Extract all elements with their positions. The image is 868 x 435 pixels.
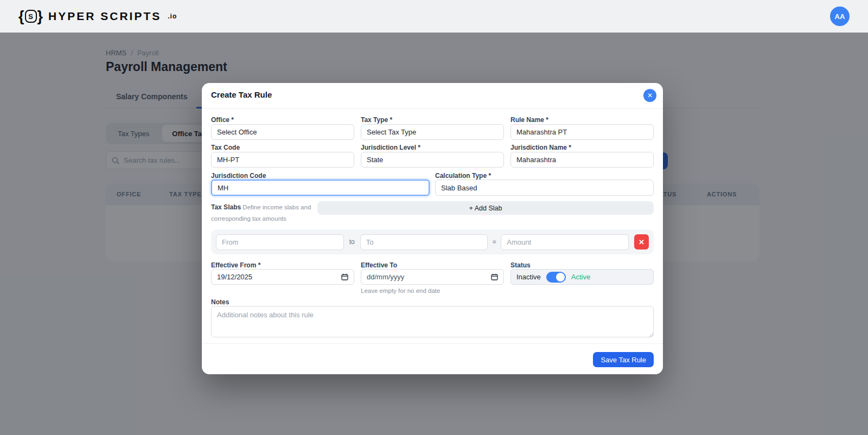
modal-title: Create Tax Rule	[211, 90, 272, 99]
notes-textarea[interactable]	[211, 306, 654, 337]
jurisdiction-level-select[interactable]: State	[361, 152, 504, 168]
effective-from-date-input[interactable]: 19/12/2025	[211, 269, 354, 285]
brand-brace-right: }	[37, 9, 43, 24]
add-slab-button[interactable]: + Add Slab	[317, 201, 654, 215]
effective-to-helper: Leave empty for no end date	[361, 287, 440, 294]
effective-from-label: Effective From *	[211, 261, 260, 269]
brand-wordmark: HYPER SCRIPTS	[48, 10, 161, 23]
calculation-type-select[interactable]: Slab Based	[435, 180, 654, 196]
effective-to-label: Effective To	[361, 261, 397, 269]
brand-s-monogram: S	[25, 10, 37, 23]
user-avatar[interactable]: AA	[830, 7, 850, 26]
slab-to-input[interactable]	[360, 234, 488, 250]
effective-from-value: 19/12/2025	[217, 273, 252, 281]
rule-name-label: Rule Name *	[510, 116, 548, 124]
brand-logo: { S } HYPER SCRIPTS .io	[18, 9, 177, 24]
app-root: { S } HYPER SCRIPTS .io AA HRMS / Payrol…	[0, 0, 868, 435]
calendar-icon[interactable]	[341, 273, 348, 280]
tax-type-label: Tax Type *	[361, 116, 392, 124]
status-label: Status	[510, 261, 531, 269]
status-toggle[interactable]	[546, 272, 566, 283]
jurisdiction-name-input[interactable]	[510, 152, 654, 168]
jurisdiction-name-label: Jurisdiction Name *	[510, 144, 571, 151]
top-header: { S } HYPER SCRIPTS .io AA	[0, 0, 868, 33]
status-inactive-label: Inactive	[516, 273, 541, 281]
jurisdiction-code-label: Jurisdiction Code	[211, 172, 266, 180]
tax-code-label: Tax Code	[211, 144, 240, 151]
tax-slabs-label: Tax Slabs Define income slabs and corres…	[211, 202, 317, 225]
status-field: Inactive Active	[510, 269, 654, 285]
status-active-label: Active	[571, 273, 590, 281]
office-select[interactable]: Select Office	[211, 124, 354, 140]
tax-code-input[interactable]	[211, 152, 354, 168]
save-tax-rule-button[interactable]: Save Tax Rule	[593, 352, 654, 367]
modal-header-divider	[202, 108, 663, 109]
calculation-type-label: Calculation Type *	[435, 172, 491, 180]
close-icon[interactable]: ✕	[643, 89, 656, 102]
modal-footer-divider	[202, 343, 663, 344]
textarea-resize-handle[interactable]	[649, 332, 653, 337]
brand-tld: .io	[168, 12, 177, 20]
toggle-knob	[556, 273, 565, 282]
effective-to-value: dd/mm/yyyy	[367, 273, 404, 281]
slab-from-input[interactable]	[216, 234, 344, 250]
calendar-icon[interactable]	[491, 273, 498, 280]
tax-type-select[interactable]: Select Tax Type	[361, 124, 504, 140]
brand-logo-icon: { S }	[18, 9, 43, 24]
slab-equals-sign: =	[488, 238, 501, 246]
notes-label: Notes	[211, 298, 229, 306]
jurisdiction-level-label: Jurisdiction Level *	[361, 144, 420, 151]
rule-name-input[interactable]	[510, 124, 654, 140]
tax-slab-row: to = ✕	[211, 229, 654, 254]
delete-slab-button[interactable]: ✕	[634, 234, 649, 250]
slab-amount-input[interactable]	[501, 234, 629, 250]
effective-to-date-input[interactable]: dd/mm/yyyy	[361, 269, 504, 285]
office-label: Office *	[211, 116, 234, 124]
brand-brace-left: {	[18, 9, 24, 24]
jurisdiction-code-input[interactable]	[211, 180, 430, 196]
tax-slabs-title: Tax Slabs	[211, 203, 241, 211]
slab-to-word: to	[344, 238, 360, 246]
create-tax-rule-modal: Create Tax Rule ✕ Office * Select Office…	[202, 83, 663, 374]
